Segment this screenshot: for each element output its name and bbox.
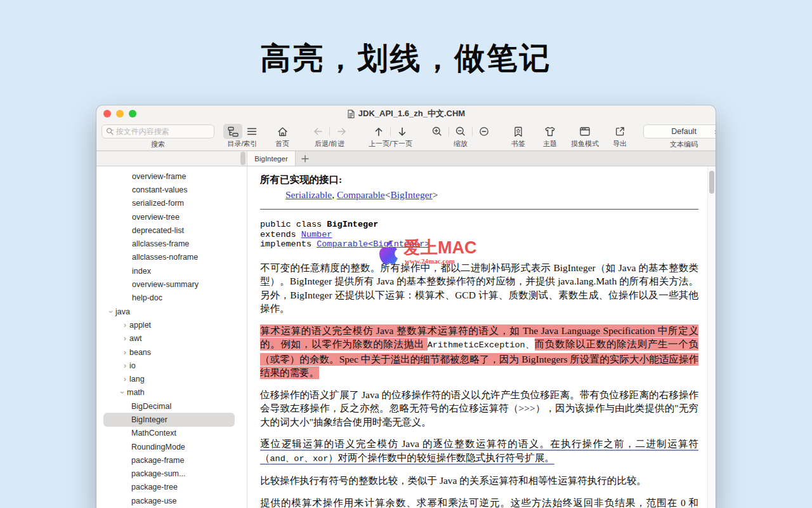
chevron-right-icon[interactable]: › <box>121 361 129 370</box>
paragraph-modular: 提供的模算术操作用来计算余数、求幂和乘法可逆元。这些方法始终返回非负结果，范围在… <box>260 496 698 508</box>
sidebar-scrollbar[interactable] <box>240 152 246 165</box>
prev-page-button[interactable] <box>369 124 388 139</box>
sidebar-item-package-sum-[interactable]: package-sum... <box>96 467 247 481</box>
sidebar-item-awt[interactable]: ›awt <box>96 332 247 345</box>
sidebar-item-label: math <box>127 388 145 397</box>
code-public-class: public class <box>260 220 327 229</box>
zoom-out-icon <box>455 126 466 137</box>
sidebar-item-math[interactable]: ›math <box>96 386 247 399</box>
toc-tree-button[interactable] <box>223 124 242 139</box>
chevron-right-icon[interactable]: › <box>121 375 129 384</box>
search-input-box[interactable] <box>102 124 214 138</box>
sidebar-item-allclasses-frame[interactable]: allclasses-frame <box>96 237 247 250</box>
chevron-down-icon[interactable]: › <box>118 388 127 397</box>
zoom-out-button[interactable] <box>451 124 470 139</box>
close-window-button[interactable] <box>103 110 111 117</box>
encoding-label: 文本编码 <box>670 140 698 149</box>
toolbar-group-page: 上一页/下一页 <box>369 123 412 148</box>
sidebar-item-beans[interactable]: ›beans <box>96 345 247 359</box>
sidebar-item-overview-tree[interactable]: overview-tree <box>96 210 247 224</box>
minimize-window-button[interactable] <box>116 110 124 117</box>
fish-mode-button[interactable] <box>575 124 594 139</box>
chevron-right-icon[interactable]: › <box>121 348 129 357</box>
export-icon <box>614 126 625 137</box>
paragraph-shift: 位移操作的语义扩展了 Java 的位移操作符的语义以允许产生负位移距离。带有负位… <box>260 388 698 429</box>
bookmark-label: 书签 <box>511 140 525 148</box>
text-segment: 提供的模算术操作用来计算余数、求幂和乘法可逆元。这些方法始终返回非负结果，范围在… <box>260 497 698 508</box>
export-button[interactable] <box>610 124 629 139</box>
search-label: 搜索 <box>151 140 165 149</box>
toolbar-group-encoding: Default 文本编码 <box>643 123 716 149</box>
zoom-reset-button[interactable] <box>475 124 494 139</box>
home-icon <box>277 126 289 138</box>
search-input[interactable] <box>116 127 210 136</box>
code-extends: extends <box>260 230 301 239</box>
sidebar-item-label: package-sum... <box>131 469 185 478</box>
sidebar-item-label: BigInteger <box>131 415 167 424</box>
link-biginteger[interactable]: BigInteger <box>390 189 432 200</box>
sidebar-item-java[interactable]: ›java <box>96 305 247 318</box>
page-label: 上一页/下一页 <box>369 140 412 148</box>
forward-button[interactable] <box>332 124 351 139</box>
next-page-button[interactable] <box>393 124 412 139</box>
title-bar: JDK_API_1.6_zh_中文.CHM <box>96 105 716 122</box>
sidebar-item-label: package-tree <box>131 483 178 491</box>
theme-button[interactable] <box>540 124 560 139</box>
paragraph-intro: 不可变的任意精度的整数。所有操作中，都以二进制补码形式表示 BigInteger… <box>260 261 698 316</box>
sidebar-item-mathcontext[interactable]: MathContext <box>96 427 247 440</box>
sidebar-item-package-frame[interactable]: package-frame <box>96 453 247 467</box>
toolbar-group-theme: 主题 <box>540 123 560 148</box>
zoom-window-button[interactable] <box>129 110 136 117</box>
index-list-icon <box>246 126 258 137</box>
sidebar-item-bigdecimal[interactable]: BigDecimal <box>96 399 247 413</box>
bookmark-button[interactable] <box>509 124 528 139</box>
toolbar-group-nav: 后退/前进 <box>308 123 351 148</box>
sidebar-item-constant-values[interactable]: constant-values <box>96 183 247 196</box>
index-list-button[interactable] <box>242 124 261 139</box>
sidebar-item-package-tree[interactable]: package-tree <box>96 481 247 494</box>
down-arrow-icon <box>396 126 408 138</box>
sidebar-item-biginteger[interactable]: BigInteger <box>96 413 247 426</box>
link-comparable[interactable]: Comparable <box>337 189 385 200</box>
paragraph-arithmetic-highlighted: 算术运算的语义完全模仿 Java 整数算术运算符的语义，如 The Java L… <box>260 324 698 380</box>
sidebar-item-applet[interactable]: ›applet <box>96 318 247 331</box>
impl-separator: , <box>332 189 337 200</box>
content-scrollbar-thumb[interactable] <box>709 171 714 194</box>
sidebar-tree: overview-frameconstant-valuesserialized-… <box>96 166 247 508</box>
theme-label: 主题 <box>543 140 557 148</box>
sidebar-item-label: RoundingMode <box>131 443 185 451</box>
chevron-down-icon[interactable]: › <box>107 307 115 316</box>
app-window: JDK_API_1.6_zh_中文.CHM 搜索 <box>96 105 716 508</box>
sidebar-item-deprecated-list[interactable]: deprecated-list <box>96 224 247 237</box>
sidebar-item-roundingmode[interactable]: RoundingMode <box>96 440 247 453</box>
sidebar-item-label: MathContext <box>131 429 176 438</box>
sidebar-item-serialized-form[interactable]: serialized-form <box>96 197 247 210</box>
sidebar-item-help-doc[interactable]: help-doc <box>96 291 247 305</box>
home-button[interactable] <box>273 124 292 139</box>
mono-and-or-xor: and、or、xor <box>270 454 329 464</box>
window-title-area: JDK_API_1.6_zh_中文.CHM <box>347 108 465 119</box>
browser-window-icon <box>579 126 591 137</box>
new-tab-button[interactable] <box>296 151 315 166</box>
sidebar-item-overview-frame[interactable]: overview-frame <box>96 170 247 183</box>
encoding-select[interactable]: Default <box>643 124 716 138</box>
sidebar-item-label: allclasses-noframe <box>132 253 198 262</box>
chevron-right-icon[interactable]: › <box>121 321 129 330</box>
link-comparable-generic[interactable]: Comparable<BigInteger> <box>317 239 429 249</box>
chevron-right-icon[interactable]: › <box>121 334 129 343</box>
forward-arrow-icon <box>336 126 348 137</box>
sidebar-item-allclasses-noframe[interactable]: allclasses-noframe <box>96 251 247 264</box>
sidebar-item-io[interactable]: ›io <box>96 359 247 372</box>
selected-row-background <box>103 413 235 426</box>
sidebar-item-overview-summary[interactable]: overview-summary <box>96 277 247 291</box>
zoom-in-button[interactable] <box>428 124 447 139</box>
back-button[interactable] <box>308 124 327 139</box>
sidebar-item-index[interactable]: index <box>96 264 247 277</box>
content-scrollbar-track[interactable] <box>707 166 716 508</box>
tab-biginteger[interactable]: BigInteger <box>247 151 296 166</box>
sidebar-item-lang[interactable]: ›lang <box>96 372 247 385</box>
link-serializable[interactable]: Serializable <box>285 189 332 200</box>
sidebar-item-package-use[interactable]: package-use <box>96 494 247 507</box>
link-number[interactable]: Number <box>301 230 332 239</box>
toolbar-group-export: 导出 <box>610 123 629 148</box>
